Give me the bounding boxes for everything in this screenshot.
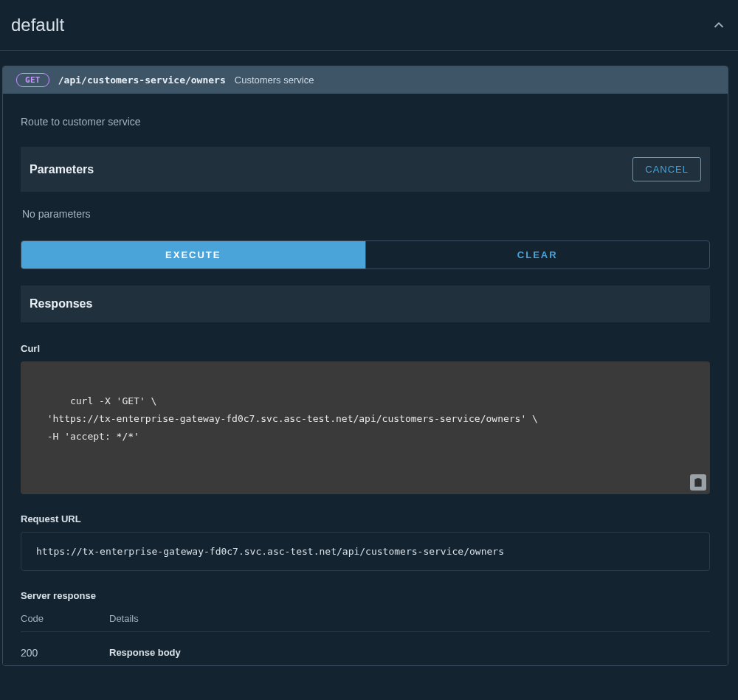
response-table-head: Code Details — [21, 609, 710, 631]
response-table: Code Details 200 Response body — [21, 609, 710, 665]
divider — [0, 50, 738, 51]
response-details: Response body — [109, 647, 710, 665]
clear-button[interactable]: CLEAR — [365, 241, 710, 268]
endpoint-header[interactable]: GET /api/customers-service/owners Custom… — [3, 66, 728, 94]
curl-label: Curl — [21, 343, 710, 354]
chevron-up-icon — [711, 17, 727, 33]
request-url-value: https://tx-enterprise-gateway-fd0c7.svc.… — [21, 532, 710, 571]
request-url-label: Request URL — [21, 513, 710, 524]
parameters-heading: Parameters — [30, 163, 94, 176]
parameters-panel: Parameters CANCEL — [21, 147, 710, 192]
endpoint-body: Route to customer service Parameters CAN… — [3, 94, 728, 665]
response-row: 200 Response body — [21, 631, 710, 665]
cancel-button[interactable]: CANCEL — [632, 157, 701, 181]
no-parameters-message: No parameters — [21, 192, 710, 240]
endpoint-container: GET /api/customers-service/owners Custom… — [2, 66, 728, 666]
column-code: Code — [21, 613, 109, 624]
server-response-label: Server response — [21, 590, 710, 601]
responses-panel: Responses — [21, 285, 710, 322]
action-row: EXECUTE CLEAR — [21, 240, 710, 269]
endpoint-path: /api/customers-service/owners — [58, 74, 226, 86]
curl-code-block: curl -X 'GET' \ 'https://tx-enterprise-g… — [21, 361, 710, 494]
responses-heading: Responses — [30, 297, 701, 311]
response-body-label: Response body — [109, 647, 710, 658]
section-title: default — [11, 15, 64, 35]
endpoint-note: Route to customer service — [21, 116, 710, 128]
column-details: Details — [109, 613, 710, 624]
section-header[interactable]: default — [0, 0, 738, 50]
svg-rect-0 — [697, 478, 700, 479]
clipboard-icon — [693, 477, 703, 488]
method-badge: GET — [16, 73, 49, 87]
curl-command-text: curl -X 'GET' \ 'https://tx-enterprise-g… — [35, 395, 538, 442]
endpoint-summary: Customers service — [235, 74, 314, 86]
copy-button[interactable] — [690, 474, 706, 491]
execute-button[interactable]: EXECUTE — [21, 241, 365, 268]
response-code: 200 — [21, 647, 109, 665]
